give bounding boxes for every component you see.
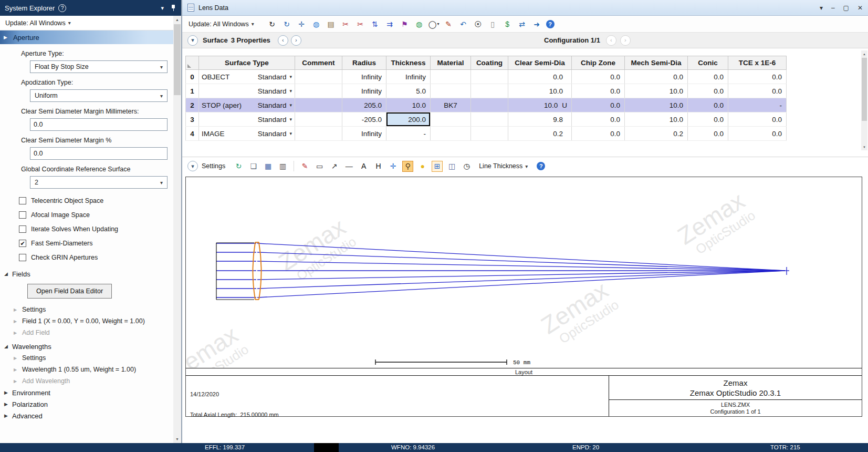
surface-control-icon[interactable]: ✛ xyxy=(296,18,307,29)
minimize-button[interactable]: – xyxy=(831,4,835,12)
clock-icon[interactable]: ◷ xyxy=(461,161,472,172)
surface-type-cell[interactable]: Standard▾ xyxy=(199,84,295,98)
report-doc-icon[interactable]: ▯ xyxy=(487,18,498,29)
checkbox[interactable] xyxy=(19,254,26,261)
swap-arrows-icon[interactable]: ⇄ xyxy=(517,18,528,29)
scroll-up-icon[interactable]: ▲ xyxy=(861,50,867,57)
coating-cell[interactable] xyxy=(471,70,508,84)
lens-data-titlebar[interactable]: Lens Data ▾ – ▢ ✕ xyxy=(182,0,868,16)
comment-cell[interactable] xyxy=(295,70,342,84)
column-header[interactable]: Coating xyxy=(471,56,508,70)
surface-type-dropdown[interactable]: Standard▾ xyxy=(258,73,292,81)
tree-item[interactable]: ▶Wavelength 1 (0.55 um, Weight = 1.00) xyxy=(0,364,173,375)
tree-item[interactable]: ▶Settings xyxy=(0,304,173,315)
scale-lens-icon[interactable]: ✂ xyxy=(340,18,351,29)
tree-item[interactable]: ▶Settings xyxy=(0,352,173,364)
line-thickness-dropdown[interactable]: Line Thickness ▾ xyxy=(479,162,528,170)
arrow-annotation-icon[interactable]: ↗ xyxy=(329,161,340,172)
chip-zone-cell[interactable]: 0.0 xyxy=(572,98,625,112)
system-globe-icon[interactable]: ◍ xyxy=(311,18,322,29)
layout-canvas[interactable]: Zemax OpticStudio Zemax OpticStudio Zema… xyxy=(185,177,862,417)
tree-item[interactable]: ▶Add Field xyxy=(0,327,173,338)
forward-arrow-icon[interactable]: ➜ xyxy=(531,18,542,29)
maximize-button[interactable]: ▢ xyxy=(843,4,849,12)
surface-type-cell[interactable]: Standard▾ xyxy=(199,112,295,127)
clear-semi-dia-cell[interactable]: 0.2 xyxy=(508,127,572,141)
row-number-cell[interactable]: 0 xyxy=(186,70,199,84)
comment-cell[interactable] xyxy=(295,98,342,112)
pin-icon[interactable] xyxy=(170,4,176,12)
column-header[interactable]: Chip Zone xyxy=(572,56,625,70)
checkbox[interactable] xyxy=(19,211,26,219)
lightbulb-icon[interactable]: ● xyxy=(417,161,428,172)
clear-semi-dia-cell[interactable]: 10.0U xyxy=(508,98,572,112)
scrollbar-thumb[interactable] xyxy=(862,58,867,121)
text-annotation-icon[interactable]: A xyxy=(358,161,369,172)
checkbox-row[interactable]: Check GRIN Apertures xyxy=(19,254,173,261)
solve-pen-icon[interactable]: ✎ xyxy=(443,18,454,29)
column-header[interactable]: Material xyxy=(431,56,471,70)
next-config-button[interactable]: › xyxy=(620,35,631,46)
column-header[interactable]: Surface Type xyxy=(199,56,295,70)
help-icon[interactable]: ? xyxy=(58,4,66,12)
radius-cell[interactable]: 205.0 xyxy=(342,98,386,112)
help-icon[interactable]: ? xyxy=(546,20,555,28)
material-cell[interactable] xyxy=(431,112,471,127)
aperture-select[interactable]: Float By Stop Size▾ xyxy=(30,60,168,73)
thickness-cell[interactable]: Infinity xyxy=(386,70,431,84)
prev-surface-button[interactable]: ‹ xyxy=(278,35,288,46)
surface-type-cell[interactable]: IMAGEStandard▾ xyxy=(199,127,295,141)
column-header[interactable]: Thickness xyxy=(386,56,431,70)
tce-cell[interactable]: 0.0 xyxy=(728,127,787,141)
sidebar-section[interactable]: ▶Environment xyxy=(0,387,173,398)
checkbox-row[interactable]: ✔Fast Semi-Diameters xyxy=(19,240,173,247)
update-dropdown[interactable]: Update: All Windows ▾ xyxy=(189,20,254,28)
table-scrollbar[interactable]: ▲ ▼ xyxy=(861,50,867,150)
insert-after-icon[interactable]: ⇉ xyxy=(384,18,395,29)
sidebar-section-fields[interactable]: ◢ Fields xyxy=(0,268,173,280)
scrollbar-thumb[interactable] xyxy=(174,24,181,95)
sidebar-section[interactable]: ▶Advanced xyxy=(0,410,173,422)
update-all-icon[interactable]: ↻ xyxy=(281,18,292,29)
material-cell[interactable] xyxy=(431,127,471,141)
surface-type-dropdown[interactable]: Standard▾ xyxy=(258,116,292,124)
line-annotation-icon[interactable]: — xyxy=(343,161,354,172)
goal-flag-icon[interactable]: ⚑ xyxy=(399,18,410,29)
radius-cell[interactable]: -205.0 xyxy=(342,112,386,127)
pan-icon[interactable]: ✛ xyxy=(388,161,399,172)
quick-adjust-icon[interactable]: ✂ xyxy=(355,18,366,29)
checkbox-row[interactable]: Afocal Image Space xyxy=(19,211,173,219)
toggle-icon[interactable]: ⦿ xyxy=(473,18,484,29)
aperture-input[interactable] xyxy=(30,147,168,160)
surface-type-cell[interactable]: OBJECTStandard▾ xyxy=(199,70,295,84)
row-number-cell[interactable]: 3 xyxy=(186,112,199,127)
globe-green-icon[interactable]: ◍ xyxy=(414,18,425,29)
column-header[interactable]: Clear Semi-Dia xyxy=(508,56,572,70)
open-field-data-editor-button[interactable]: Open Field Data Editor xyxy=(27,284,112,299)
window-menu-icon[interactable]: ▾ xyxy=(820,4,823,12)
material-cell[interactable] xyxy=(431,84,471,98)
coating-cell[interactable] xyxy=(471,127,508,141)
checkbox-row[interactable]: Telecentric Object Space xyxy=(19,197,173,204)
checkbox[interactable] xyxy=(19,225,26,233)
conic-cell[interactable]: 0.0 xyxy=(688,127,728,141)
sidebar-item-aperture[interactable]: ▶ Aperture xyxy=(0,30,173,44)
next-surface-button[interactable]: › xyxy=(291,35,301,46)
comment-cell[interactable] xyxy=(295,112,342,127)
update-icon[interactable]: ↻ xyxy=(267,18,278,29)
clear-semi-dia-cell[interactable]: 9.8 xyxy=(508,112,572,127)
material-cell[interactable] xyxy=(431,70,471,84)
pencil-icon[interactable]: ✎ xyxy=(299,161,310,172)
tce-cell[interactable]: 0.0 xyxy=(728,84,787,98)
comment-cell[interactable] xyxy=(295,84,342,98)
sidebar-scrollbar[interactable]: ▲ ▼ xyxy=(173,16,181,443)
tce-cell[interactable]: 0.0 xyxy=(728,70,787,84)
grid-icon[interactable]: ⊞ xyxy=(432,161,443,172)
radius-cell[interactable]: Infinity xyxy=(342,70,386,84)
comment-cell[interactable] xyxy=(295,127,342,141)
checkbox[interactable] xyxy=(19,197,26,204)
aperture-input[interactable] xyxy=(30,118,168,131)
aperture-select[interactable]: Uniform▾ xyxy=(30,89,168,102)
coating-cell[interactable] xyxy=(471,112,508,127)
mech-semi-dia-cell[interactable]: 10.0 xyxy=(625,98,688,112)
